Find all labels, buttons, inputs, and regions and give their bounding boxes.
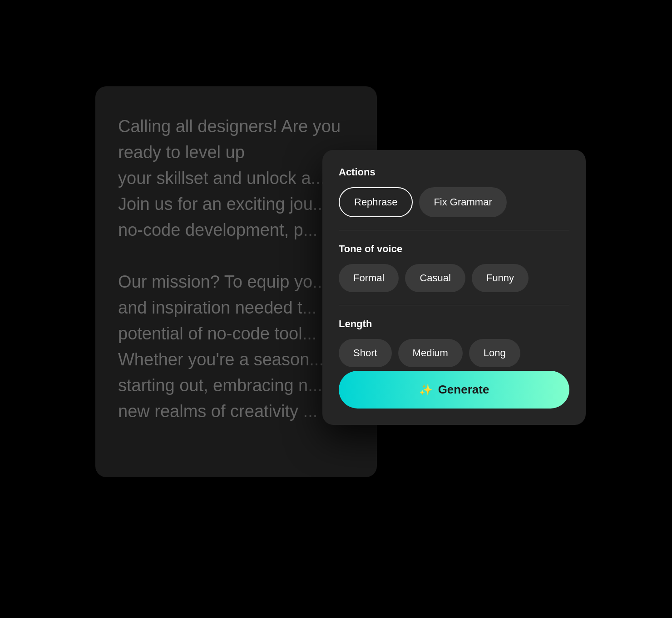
tone-label: Tone of voice (339, 243, 569, 255)
generate-label: Generate (438, 383, 489, 397)
length-label: Length (339, 318, 569, 330)
fix-grammar-button[interactable]: Fix Grammar (419, 187, 506, 217)
divider-1 (339, 230, 569, 230)
long-button[interactable]: Long (469, 339, 520, 367)
tone-section: Tone of voice Formal Casual Funny (339, 243, 569, 292)
tone-buttons-row: Formal Casual Funny (339, 264, 569, 292)
medium-button[interactable]: Medium (398, 339, 463, 367)
background-text: Calling all designers! Are you ready to … (118, 114, 354, 424)
casual-button[interactable]: Casual (405, 264, 465, 292)
funny-button[interactable]: Funny (472, 264, 529, 292)
generate-button[interactable]: ✨ Generate (339, 371, 569, 409)
actions-buttons-row: Rephrase Fix Grammar (339, 187, 569, 217)
actions-section: Actions Rephrase Fix Grammar (339, 166, 569, 217)
formal-button[interactable]: Formal (339, 264, 399, 292)
generate-icon: ✨ (419, 384, 433, 396)
rephrase-button[interactable]: Rephrase (339, 187, 413, 217)
actions-label: Actions (339, 166, 569, 178)
main-scene: Calling all designers! Are you ready to … (86, 59, 586, 559)
length-buttons-row: Short Medium Long (339, 339, 569, 367)
actions-panel: Actions Rephrase Fix Grammar Tone of voi… (322, 150, 586, 425)
length-section: Length Short Medium Long (339, 318, 569, 367)
divider-2 (339, 305, 569, 305)
short-button[interactable]: Short (339, 339, 392, 367)
